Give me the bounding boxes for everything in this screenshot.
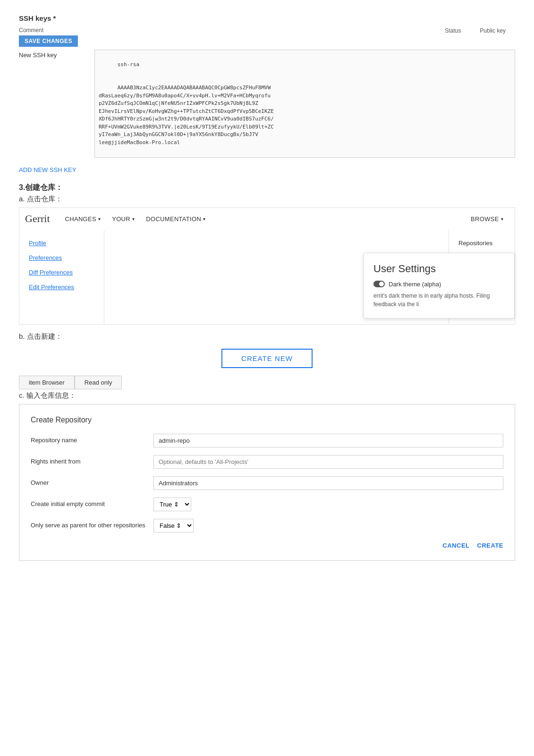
user-settings-panel: User Settings Dark theme (alpha) errit's… [364,253,515,318]
new-ssh-key-label: New SSH key [19,50,94,158]
repo-name-input[interactable] [153,434,503,447]
browse-repositories[interactable]: Repositories [458,236,505,250]
initial-commit-row: Create initial empty commit True ⇕ False [31,498,503,511]
gerrit-navbar: Gerrit CHANGES ▾ YOUR ▾ DOCUMENTATION ▾ … [19,207,515,230]
initial-commit-select[interactable]: True ⇕ False [153,498,191,511]
dark-theme-toggle[interactable] [373,281,385,287]
repo-name-label: Repository name [31,434,153,444]
create-new-section: CREATE NEW [19,349,515,368]
dark-theme-label: Dark theme (alpha) [389,281,441,288]
save-changes-button[interactable]: SAVE CHANGES [19,35,78,47]
gerrit-logo: Gerrit [25,213,50,225]
parent-only-label: Only serve as parent for other repositor… [31,519,153,529]
repo-browser-tab-readonly[interactable]: Read only [75,376,122,389]
create-button[interactable]: CREATE [477,542,503,549]
ssh-key-entry: New SSH key ssh-rsa AAAAB3NzaC1yc2EAAAAD… [19,50,515,158]
changes-chevron: ▾ [98,216,101,222]
documentation-chevron: ▾ [203,216,205,222]
form-actions: CANCEL CREATE [31,542,503,549]
menu-item-profile[interactable]: Profile [29,236,94,250]
menu-item-diff-preferences[interactable]: Diff Preferences [29,265,94,280]
step-b-label: b. 点击新建： [19,332,515,341]
browse-label: BROWSE [471,215,499,223]
repo-browser-tabs: item Browser Read only [19,376,515,389]
browse-chevron: ▾ [501,216,503,222]
menu-item-edit-preferences[interactable]: Edit Preferences [29,280,94,294]
nav-documentation[interactable]: DOCUMENTATION ▾ [140,207,211,230]
repo-browser-tab-item[interactable]: item Browser [19,376,75,389]
nav-changes[interactable]: CHANGES ▾ [59,207,107,230]
theme-description: errit's dark theme is in early alpha hos… [373,292,505,309]
menu-item-preferences[interactable]: Preferences [29,250,94,265]
your-label: YOUR [112,215,130,223]
ssh-keys-section: SSH keys * Comment SAVE CHANGES Status P… [19,14,515,173]
your-chevron: ▾ [132,216,135,222]
left-menu: Profile Preferences Diff Preferences Edi… [19,230,104,324]
create-new-button[interactable]: CREATE NEW [221,349,313,368]
parent-only-row: Only serve as parent for other repositor… [31,519,503,533]
rights-inherit-input[interactable] [153,455,503,469]
initial-commit-label: Create initial empty commit [31,498,153,507]
rights-inherit-row: Rights inherit from [31,455,503,469]
user-settings-title: User Settings [373,263,505,275]
repo-name-row: Repository name [31,434,503,447]
step3-label: 3.创建仓库： [19,183,515,193]
documentation-label: DOCUMENTATION [146,215,201,223]
cancel-button[interactable]: CANCEL [442,542,469,549]
ssh-key-value[interactable]: ssh-rsa AAAAB3NzaC1yc2EAAAADAQABAAABAQC0… [94,50,515,158]
create-repo-title: Create Repository [31,416,503,424]
comment-label: Comment [19,27,78,34]
public-key-column-header: Public key [480,27,506,34]
dark-theme-row: Dark theme (alpha) [373,281,505,288]
create-repository-form: Create Repository Repository name Rights… [19,404,515,561]
rights-inherit-label: Rights inherit from [31,455,153,465]
changes-label: CHANGES [65,215,96,223]
owner-row: Owner [31,476,503,490]
nav-content-area: Profile Preferences Diff Preferences Edi… [19,230,515,325]
owner-label: Owner [31,476,153,486]
nav-browse[interactable]: BROWSE ▾ [465,207,509,230]
add-new-ssh-key-link[interactable]: ADD NEW SSH KEY [19,166,76,173]
step-c-label: c. 输入仓库信息： [19,391,515,400]
parent-only-select[interactable]: False ⇕ True [153,519,194,533]
nav-your[interactable]: YOUR ▾ [106,207,140,230]
status-column-header: Status [445,27,461,34]
step-a-label: a. 点击仓库： [19,195,515,204]
owner-input[interactable] [153,476,503,490]
ssh-keys-title: SSH keys * [19,14,78,22]
